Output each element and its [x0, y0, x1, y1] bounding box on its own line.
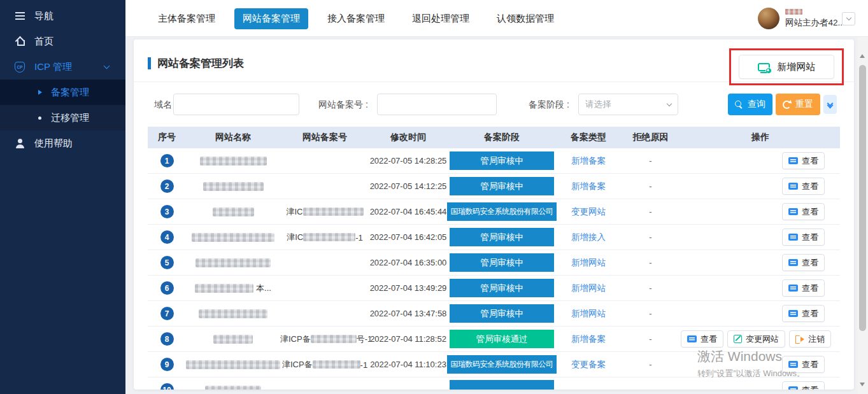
table-row: 6本...2022-07-04 13:49:29管局审核中新增网站-查看	[148, 276, 840, 301]
reject-reason-cell: -	[620, 258, 681, 267]
row-number-badge: 3	[160, 205, 174, 218]
double-chevron-down-icon	[828, 101, 832, 108]
redacted-website-name	[213, 335, 253, 344]
view-button[interactable]: 查看	[782, 305, 825, 322]
license-label: 网站备案号 :	[318, 94, 368, 115]
actions-cell: 查看	[681, 381, 840, 390]
shield-icon: CP	[14, 62, 25, 73]
dot-marker-icon	[38, 116, 41, 120]
page-scrollbar[interactable]	[857, 37, 868, 394]
stage-badge: 管局审核中	[450, 279, 554, 297]
license-number-cell: 津IC	[280, 206, 369, 218]
domain-input[interactable]	[173, 94, 299, 115]
tab-subject-filing[interactable]: 主体备案管理	[150, 8, 224, 29]
row-number-badge: 2	[160, 179, 174, 193]
actions-cell: 查看	[681, 203, 840, 220]
stage-badge: 国瑞数码安全系统股份有限公司	[447, 355, 557, 374]
redacted-license-number	[311, 335, 357, 343]
table-row: 12022-07-05 14:28:25管局审核中新增备案-查看	[148, 148, 840, 174]
row-number-cell: 9	[148, 358, 186, 371]
scrollbar-thumb[interactable]	[859, 65, 866, 331]
user-menu[interactable]: 网站主办者42...	[758, 8, 845, 29]
redacted-license-number	[303, 233, 355, 241]
view-button[interactable]: 查看	[782, 178, 825, 195]
reset-button[interactable]: 重置	[776, 94, 820, 115]
website-name-cell	[186, 208, 280, 216]
sidebar-item-nav-toggle[interactable]: 导航	[0, 3, 125, 29]
tab-bar: 主体备案管理 网站备案管理 接入备案管理 退回处理管理 认领数据管理	[150, 0, 562, 37]
sidebar-item-migration-management[interactable]: 迁移管理	[0, 105, 125, 130]
chevron-down-icon	[846, 15, 851, 20]
change-website-button[interactable]: 变更网站	[727, 330, 785, 348]
modified-time-cell: 2022-07-04 11:10:23	[369, 360, 447, 369]
view-button[interactable]: 查看	[782, 152, 825, 169]
filing-type-cell: 新增备案	[557, 155, 620, 167]
row-number-cell: 1	[148, 154, 186, 167]
sidebar-item-icp-management[interactable]: CP ICP 管理	[0, 54, 125, 80]
column-header: 备案阶段	[447, 132, 557, 143]
modified-time-cell: 2022-07-05 14:12:25	[369, 181, 447, 191]
redacted-website-name	[203, 182, 264, 191]
website-name-cell	[186, 335, 280, 344]
chevron-down-icon	[104, 62, 110, 69]
sidebar-item-label: 迁移管理	[51, 112, 89, 124]
stage-badge: 管局审核中	[450, 253, 554, 272]
scroll-up-arrow-icon[interactable]	[860, 54, 865, 58]
reject-reason-cell: -	[620, 207, 681, 216]
view-button[interactable]: 查看	[782, 229, 825, 246]
view-button[interactable]: 查看	[782, 279, 825, 297]
stage-badge: 管局审核中	[450, 177, 554, 195]
filing-type-cell: 变更备案	[557, 359, 620, 370]
view-button[interactable]: 查看	[782, 356, 825, 373]
view-button[interactable]: 查看	[782, 203, 825, 220]
tab-return-processing[interactable]: 退回处理管理	[404, 8, 478, 29]
view-button[interactable]: 查看	[782, 381, 825, 390]
reject-reason-cell: -	[620, 334, 681, 344]
filing-table-body: 12022-07-05 14:28:25管局审核中新增备案-查看22022-07…	[148, 148, 840, 390]
tab-website-filing[interactable]: 网站备案管理	[234, 8, 308, 29]
sidebar-item-help[interactable]: 使用帮助	[0, 130, 125, 156]
view-button[interactable]: 查看	[681, 330, 723, 348]
tab-claim-data[interactable]: 认领数据管理	[488, 8, 562, 29]
table-row: 8津ICP备号-12022-07-04 11:28:52管局审核通过新增备案-查…	[148, 327, 840, 352]
modified-time-cell: 2022-07-04 16:42:05	[369, 232, 447, 242]
sidebar-item-filing-management[interactable]: 备案管理	[0, 80, 125, 105]
row-number-badge: 1	[160, 154, 174, 167]
website-name-cell	[186, 157, 280, 165]
tab-access-filing[interactable]: 接入备案管理	[319, 8, 393, 29]
sidebar-item-home[interactable]: 首页	[0, 29, 125, 54]
user-avatar[interactable]	[758, 8, 779, 29]
redacted-website-name	[186, 360, 280, 369]
redacted-website-name	[200, 157, 267, 165]
sidebar-submenu: 备案管理 迁移管理	[0, 80, 125, 130]
scroll-down-arrow-icon[interactable]	[860, 383, 865, 386]
stage-badge: 管局审核中	[450, 151, 554, 170]
detail-list-icon	[788, 386, 798, 390]
redacted-website-name	[192, 233, 274, 242]
actions-cell: 查看	[681, 229, 840, 246]
deregister-button[interactable]: 注销	[789, 330, 831, 348]
view-button[interactable]: 查看	[782, 254, 825, 271]
reject-reason-cell: -	[620, 360, 681, 369]
actions-cell: 查看	[681, 178, 840, 195]
table-row: 4津IC-12022-07-04 16:42:05管局审核中新增接入-查看	[148, 225, 840, 250]
user-dropdown-button[interactable]	[842, 12, 855, 25]
license-number-cell: 津ICP备号-1	[280, 334, 369, 345]
chevron-down-icon	[667, 101, 672, 106]
table-header: 序号 网站名称 网站备案号 修改时间 备案阶段 备案类型 拒绝原因 操作	[148, 127, 840, 148]
stage-cell: 管局审核中	[447, 304, 557, 323]
user-display-name: 网站主办者42...	[785, 17, 845, 29]
modified-time-cell: 2022-07-04 13:49:29	[369, 283, 447, 293]
add-website-button[interactable]: 新增网站	[739, 55, 834, 79]
license-input[interactable]	[377, 94, 497, 115]
stage-cell: 管局审核中	[447, 253, 557, 272]
search-button[interactable]: 查询	[728, 94, 772, 115]
expand-filters-button[interactable]	[823, 95, 837, 114]
stage-cell: 管局审核通过	[447, 330, 557, 348]
stage-badge: 国瑞数码安全系统股份有限公司	[447, 202, 557, 221]
stage-select[interactable]: 请选择	[578, 94, 678, 115]
column-header: 序号	[148, 132, 186, 143]
stage-cell: 管局审核中	[447, 177, 557, 195]
detail-list-icon	[788, 234, 798, 241]
row-number-badge: 8	[160, 332, 174, 346]
